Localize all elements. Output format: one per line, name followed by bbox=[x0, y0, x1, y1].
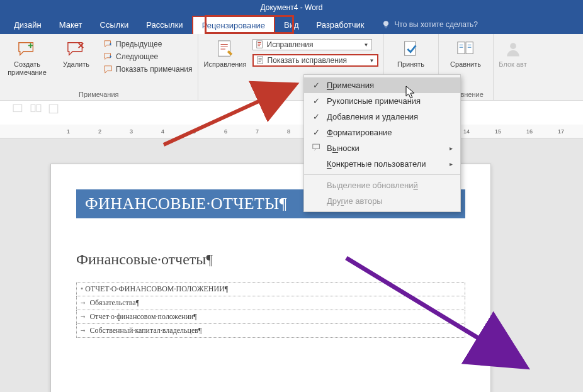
qat-icon[interactable] bbox=[30, 103, 42, 115]
ruler-number: 15 bbox=[495, 128, 501, 135]
group-comments: Создать примечание Удалить Предыдущее Сл… bbox=[0, 34, 198, 100]
tab-layout[interactable]: Макет bbox=[50, 16, 91, 33]
ruler-number: 16 bbox=[526, 128, 533, 135]
check-icon: ✓ bbox=[312, 128, 320, 137]
next-icon bbox=[103, 52, 113, 62]
svg-rect-7 bbox=[13, 104, 22, 111]
tab-developer[interactable]: Разработчик bbox=[308, 16, 373, 33]
ruler-number: 3 bbox=[130, 128, 133, 135]
tell-me-label: Что вы хотите сделать? bbox=[394, 20, 478, 29]
svg-rect-9 bbox=[37, 104, 41, 111]
menu-item-other-authors: Другие авторы bbox=[304, 193, 460, 209]
tab-references[interactable]: Ссылки bbox=[91, 16, 138, 33]
display-for-review-dropdown[interactable]: Исправления ▼ bbox=[252, 39, 372, 50]
ruler-number: 8 bbox=[287, 128, 290, 135]
chevron-down-icon: ▼ bbox=[364, 42, 369, 48]
show-markup-menu: ✓ Примечания ✓ Рукописные примечания ✓ Д… bbox=[303, 74, 461, 212]
menu-item-ink[interactable]: ✓ Рукописные примечания bbox=[304, 93, 460, 109]
svg-rect-4 bbox=[457, 42, 464, 54]
show-comments-icon bbox=[103, 64, 113, 74]
check-icon: ✓ bbox=[312, 96, 320, 106]
menu-item-formatting[interactable]: ✓ Форматирование bbox=[304, 125, 460, 140]
svg-rect-0 bbox=[218, 41, 230, 56]
menu-label: Форматирование bbox=[327, 128, 392, 137]
compare-label: Сравнить bbox=[450, 60, 481, 69]
previous-comment-button[interactable]: Предыдущее bbox=[103, 39, 193, 49]
tab-mailings[interactable]: Рассылки bbox=[137, 16, 191, 33]
previous-icon bbox=[103, 39, 113, 49]
block-label: Блок авт bbox=[499, 60, 526, 69]
new-comment-icon bbox=[17, 39, 37, 59]
svg-rect-8 bbox=[31, 104, 35, 111]
ruler-number: 7 bbox=[256, 128, 259, 135]
qat-icon[interactable] bbox=[13, 103, 24, 115]
track-changes-button[interactable]: Исправления bbox=[203, 36, 247, 69]
quick-access-toolbar bbox=[13, 103, 59, 115]
ribbon-tabs: Дизайн Макет Ссылки Рассылки Рецензирова… bbox=[0, 15, 583, 34]
next-comment-button[interactable]: Следующее bbox=[103, 52, 193, 62]
ruler-number: 6 bbox=[224, 128, 227, 135]
delete-comment-label: Удалить bbox=[63, 60, 89, 69]
delete-comment-button[interactable]: Удалить bbox=[54, 36, 98, 69]
document-area: ФИНАНСОВЫЕ·ОТЧЕТЫ¶ Финансовые·отчеты¶ • … bbox=[0, 138, 583, 392]
check-icon: ✓ bbox=[312, 112, 320, 121]
next-label: Следующее bbox=[116, 52, 158, 61]
menu-item-insertions[interactable]: ✓ Добавления и удаления bbox=[304, 109, 460, 125]
toc-heading: • ОТЧЕТ·О·ФИНАНСОВОМ·ПОЛОЖЕНИИ¶ bbox=[77, 283, 465, 296]
ruler-number: 5 bbox=[193, 128, 196, 135]
previous-label: Предыдущее bbox=[116, 40, 162, 48]
svg-rect-5 bbox=[466, 42, 473, 54]
menu-item-specific-people[interactable]: Конкретные пользователи bbox=[304, 156, 460, 172]
ruler-number: 2 bbox=[98, 128, 101, 135]
compare-button[interactable]: Сравнить bbox=[444, 36, 488, 69]
group-protect: Блок авт bbox=[494, 34, 533, 100]
track-changes-icon bbox=[215, 39, 235, 59]
menu-separator bbox=[304, 174, 460, 175]
menu-label: Выделение обновлений bbox=[327, 181, 418, 190]
menu-label: Выноски bbox=[327, 143, 359, 153]
delete-comment-icon bbox=[66, 39, 86, 59]
doc-heading-1: Финансовые·отчеты¶ bbox=[76, 251, 465, 268]
ruler-number: 14 bbox=[463, 128, 470, 135]
toc-row: → Собственный·капитал·владельцев¶ bbox=[77, 324, 465, 338]
menu-item-balloons[interactable]: Выноски bbox=[304, 140, 460, 156]
ribbon: Создать примечание Удалить Предыдущее Сл… bbox=[0, 34, 583, 101]
menu-label: Добавления и удаления bbox=[327, 112, 418, 121]
toc-table: • ОТЧЕТ·О·ФИНАНСОВОМ·ПОЛОЖЕНИИ¶ → Обязат… bbox=[76, 282, 465, 338]
menu-item-highlight-updates: Выделение обновлений bbox=[304, 177, 460, 193]
chevron-down-icon: ▼ bbox=[370, 58, 375, 64]
doc-icon bbox=[256, 56, 265, 65]
show-markup-label: Показать исправления bbox=[268, 56, 367, 65]
menu-item-comments[interactable]: ✓ Примечания bbox=[304, 77, 460, 93]
display-dd-label: Исправления bbox=[267, 40, 361, 49]
accept-icon bbox=[401, 39, 421, 59]
tab-design[interactable]: Дизайн bbox=[5, 16, 50, 33]
check-icon: ✓ bbox=[312, 81, 320, 90]
block-authors-button[interactable]: Блок авт bbox=[499, 36, 528, 69]
show-comments-button[interactable]: Показать примечания bbox=[103, 64, 193, 74]
svg-point-6 bbox=[510, 43, 516, 49]
tab-view[interactable]: Вид bbox=[275, 16, 308, 33]
accept-label: Принять bbox=[397, 60, 424, 69]
window-title: Документ4 - Word bbox=[0, 0, 583, 15]
show-markup-dropdown[interactable]: Показать исправления ▼ bbox=[252, 54, 378, 67]
ruler-number: 1 bbox=[67, 128, 70, 135]
toc-row: → Обязательства¶ bbox=[77, 296, 465, 310]
accept-button[interactable]: Принять bbox=[389, 36, 433, 69]
new-comment-label: Создать примечание bbox=[5, 60, 49, 77]
ruler-number: 4 bbox=[161, 128, 164, 135]
svg-rect-10 bbox=[312, 144, 319, 148]
qat-icon[interactable] bbox=[48, 103, 59, 115]
menu-label: Примечания bbox=[327, 81, 374, 90]
tell-me-search[interactable]: Что вы хотите сделать? bbox=[373, 20, 478, 29]
horizontal-ruler[interactable]: 123456781415161718 bbox=[0, 125, 583, 138]
ruler-number: 17 bbox=[558, 128, 564, 135]
balloon-icon bbox=[312, 143, 320, 153]
new-comment-button[interactable]: Создать примечание bbox=[5, 36, 49, 77]
track-changes-label: Исправления bbox=[204, 60, 247, 69]
doc-icon bbox=[256, 40, 264, 49]
bulb-icon bbox=[382, 20, 390, 29]
menu-label: Конкретные пользователи bbox=[327, 159, 426, 169]
tab-review[interactable]: Рецензирование bbox=[192, 16, 275, 34]
menu-label: Рукописные примечания bbox=[327, 96, 421, 106]
